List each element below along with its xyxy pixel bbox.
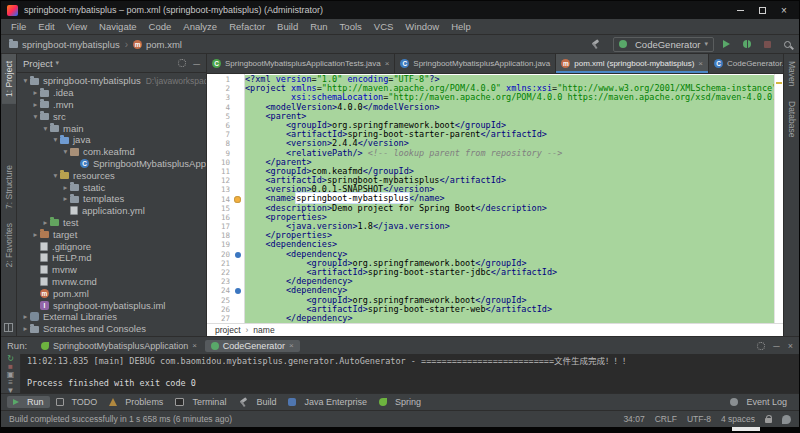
tool-stripe-1-project[interactable]: 1: Project (2, 54, 16, 104)
error-stripe[interactable] (774, 74, 783, 323)
project-settings-icon[interactable] (178, 59, 186, 67)
tool-button-run[interactable]: Run (7, 396, 50, 408)
tool-stripe-7-structure[interactable]: 7: Structure (2, 158, 16, 216)
tree-item-idea[interactable]: ▸.idea (17, 87, 206, 99)
xml-breadcrumb-project[interactable]: project (215, 325, 241, 335)
tree-item-java[interactable]: ▾java (17, 134, 206, 146)
intention-bulb-icon[interactable] (234, 196, 241, 203)
build-project-icon[interactable] (590, 39, 600, 49)
tree-item-springboot-mybatisplus[interactable]: ▾springboot-mybatisplusD:\javaworkspace\… (17, 75, 206, 87)
tool-button-spring[interactable]: Spring (373, 396, 427, 408)
tree-item-gitignore[interactable]: .gitignore (17, 240, 206, 252)
menu-file[interactable]: File (5, 21, 32, 32)
menu-refactor[interactable]: Refactor (223, 21, 271, 32)
code-area[interactable]: <?xml version="1.0" encoding="UTF-8"?><p… (245, 74, 774, 323)
chevron-open-icon[interactable]: ▾ (51, 171, 60, 180)
tool-button-event-log[interactable]: Event Log (724, 396, 793, 408)
run-tab-codegenerator[interactable]: CodeGenerator× (205, 340, 300, 352)
tree-item-mvnw[interactable]: mvnw (17, 264, 206, 276)
menu-vcs[interactable]: VCS (368, 21, 400, 32)
tool-stripe-database[interactable]: Database (785, 94, 799, 144)
tree-item-application-yml[interactable]: application.yml (17, 205, 206, 217)
tree-item-springboot-mybatisplus-iml[interactable]: Ispringboot-mybatisplus.iml (17, 299, 206, 311)
chevron-open-icon[interactable]: ▾ (51, 135, 60, 144)
run-close-icon[interactable]: × (788, 341, 793, 351)
menu-view[interactable]: View (61, 21, 93, 32)
breadcrumb-pom-xml[interactable]: mpom.xml (133, 39, 182, 50)
chevron-open-icon[interactable]: ▾ (61, 147, 70, 156)
tool-stripe-maven[interactable]: Maven (785, 54, 799, 94)
chevron-open-icon[interactable]: ▾ (31, 112, 40, 121)
run-console[interactable]: 11:02:13.835 [main] DEBUG com.baomidou.m… (21, 354, 799, 393)
tree-item-resources[interactable]: ▾resources (17, 169, 206, 181)
tool-button-build[interactable]: Build (232, 396, 282, 408)
tree-item-springbootmybatisplusapplication[interactable]: CSpringbootMybatisplusApplication (17, 158, 206, 170)
title-bar[interactable]: springboot-mybatisplus – pom.xml (spring… (1, 1, 799, 19)
chevron-open-icon[interactable]: ▾ (21, 76, 30, 85)
tree-item-com-keafmd[interactable]: ▾com.keafmd (17, 146, 206, 158)
tree-item-mvnw-cmd[interactable]: mvnw.cmd (17, 276, 206, 288)
tool-stripe-2-favorites[interactable]: 2: Favorites (2, 216, 16, 274)
tree-item-test[interactable]: ▸test (17, 217, 206, 229)
tree-item-src[interactable]: ▾src (17, 110, 206, 122)
tree-item-pom-xml[interactable]: mpom.xml (17, 287, 206, 299)
project-view-selector[interactable]: Project (23, 58, 53, 69)
menu-navigate[interactable]: Navigate (93, 21, 143, 32)
close-tab-icon[interactable]: × (698, 59, 703, 68)
tree-item-templates[interactable]: ▸templates (17, 193, 206, 205)
maven-dependency-icon[interactable] (235, 252, 241, 258)
tree-item-static[interactable]: ▸static (17, 181, 206, 193)
editor-tab-pom-xml-springboot-mybatisplus[interactable]: mpom.xml (springboot-mybatisplus)× (556, 54, 709, 73)
status-crlf[interactable]: CRLF (655, 414, 677, 424)
chevron-closed-icon[interactable]: ▸ (61, 183, 70, 192)
tree-item-external-libraries[interactable]: ▸External Libraries (17, 311, 206, 323)
xml-breadcrumb-name[interactable]: name (253, 325, 274, 335)
run-minimize-icon[interactable]: ─ (773, 341, 779, 351)
menu-help[interactable]: Help (445, 21, 477, 32)
tree-item-target[interactable]: ▸target (17, 228, 206, 240)
chevron-closed-icon[interactable]: ▸ (21, 312, 30, 321)
chevron-closed-icon[interactable]: ▸ (21, 324, 30, 333)
run-config-selector[interactable]: CodeGenerator ▾ (613, 37, 714, 52)
status-34-07[interactable]: 34:07 (623, 414, 644, 424)
menu-window[interactable]: Window (399, 21, 445, 32)
menu-edit[interactable]: Edit (32, 21, 60, 32)
chevron-closed-icon[interactable]: ▸ (61, 194, 70, 203)
tree-item-main[interactable]: ▾main (17, 122, 206, 134)
menu-run[interactable]: Run (304, 21, 333, 32)
run-settings-icon[interactable] (757, 342, 765, 350)
tree-item-scratches-and-consoles[interactable]: ▸Scratches and Consoles (17, 323, 206, 335)
status-utf-8[interactable]: UTF-8 (687, 414, 711, 424)
close-button[interactable]: × (773, 3, 795, 17)
chevron-closed-icon[interactable]: ▸ (31, 100, 40, 109)
stop-button[interactable] (764, 41, 771, 48)
debug-button[interactable] (743, 40, 751, 48)
close-tab-icon[interactable]: × (385, 59, 390, 68)
menu-analyze[interactable]: Analyze (177, 21, 223, 32)
run-tab-springbootmybatisplusapplication[interactable]: SpringbootMybatisplusApplication× (35, 340, 203, 352)
chevron-open-icon[interactable]: ▾ (41, 124, 50, 133)
status-4-spaces[interactable]: 4 spaces (721, 414, 755, 424)
search-everywhere-icon[interactable] (784, 41, 791, 48)
close-tab-icon[interactable]: × (289, 341, 294, 350)
menu-tools[interactable]: Tools (334, 21, 368, 32)
breadcrumb-springboot-mybatisplus[interactable]: springboot-mybatisplus (9, 39, 120, 50)
menu-build[interactable]: Build (271, 21, 304, 32)
maximize-button[interactable] (751, 3, 773, 17)
tool-button-terminal[interactable]: Terminal (169, 396, 232, 408)
tool-button-java-enterprise[interactable]: Java Enterprise (282, 396, 373, 408)
tree-item-mvn[interactable]: ▸.mvn (17, 99, 206, 111)
readonly-lock-icon[interactable] (765, 418, 772, 423)
maven-dependency-icon[interactable] (235, 288, 241, 294)
highlighting-level-icon[interactable] (782, 415, 791, 424)
hide-panel-icon[interactable]: ─ (193, 58, 200, 69)
editor-tab-springbootmybatisplusapplication-java[interactable]: CSpringbootMybatisplusApplication.java (395, 54, 556, 73)
editor-tab-springbootmybatisplusapplicationtests-java[interactable]: CSpringbootMybatisplusApplicationTests.j… (207, 54, 395, 73)
tool-button-todo[interactable]: TODO (50, 396, 104, 408)
tool-window-switcher-icon[interactable] (4, 323, 13, 332)
chevron-closed-icon[interactable]: ▸ (41, 218, 50, 227)
run-button[interactable] (723, 40, 730, 48)
chevron-closed-icon[interactable]: ▸ (31, 88, 40, 97)
minimize-button[interactable] (729, 3, 751, 17)
inspection-mark-icon[interactable] (776, 82, 782, 84)
